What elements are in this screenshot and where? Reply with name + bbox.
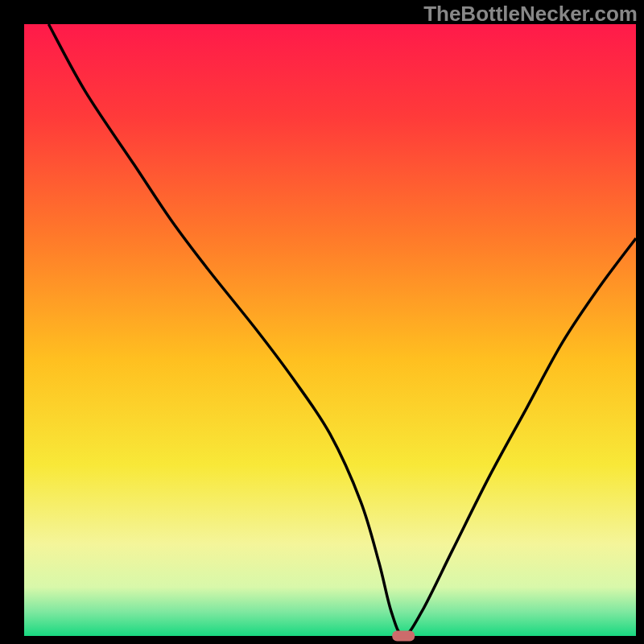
bottleneck-chart [0, 0, 644, 644]
gradient-background [24, 24, 636, 636]
optimal-marker [392, 631, 415, 642]
watermark-text: TheBottleNecker.com [423, 2, 638, 27]
chart-container: { "watermark": "TheBottleNecker.com", "c… [0, 0, 644, 644]
